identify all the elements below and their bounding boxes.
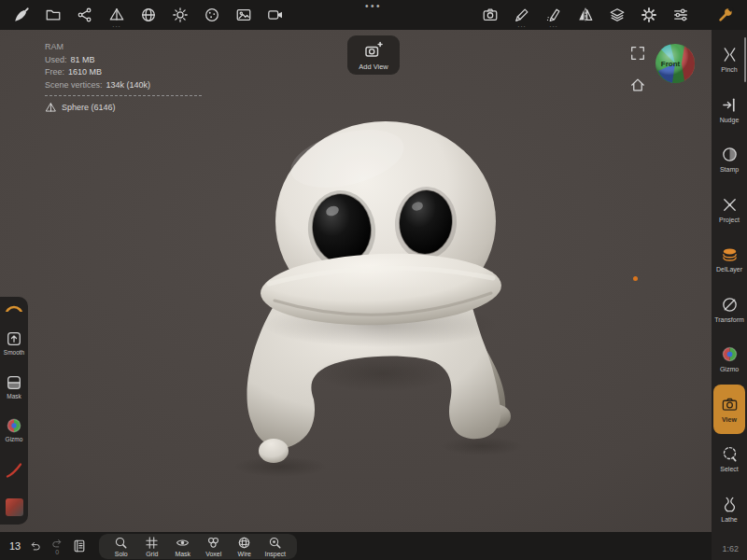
stroke-indicator-dot (633, 276, 638, 281)
scene-graph-button[interactable] (71, 1, 99, 29)
select-icon (721, 445, 739, 463)
toggle-solo[interactable]: Solo (106, 536, 136, 557)
symmetry-button[interactable] (571, 1, 599, 29)
tool-project[interactable]: Project (712, 185, 747, 235)
tool-transform[interactable]: Transform (712, 285, 747, 335)
right-toolbar: PinchNudgeStampProjectDelLayerTransformG… (712, 30, 747, 560)
scale-readout: 1:62 (722, 544, 739, 553)
nudge-icon (721, 96, 739, 114)
tool-label: Pinch (721, 66, 738, 73)
stroke-button[interactable]: ··· (508, 1, 536, 29)
history-icon[interactable] (72, 539, 87, 553)
tool-lathe[interactable]: Lathe (712, 484, 747, 535)
tool-label: Select (720, 466, 738, 472)
red-line-icon (5, 461, 23, 480)
magnifier-icon (114, 536, 128, 550)
undo-icon[interactable] (29, 539, 42, 553)
scroll-partial[interactable] (5, 301, 23, 312)
screenshot-button[interactable] (476, 1, 504, 29)
transform-icon (721, 296, 739, 314)
tool-label: Gizmo (720, 366, 739, 372)
add-view-button[interactable]: Add View (347, 35, 400, 75)
toggle-inspect[interactable]: Inspect (260, 536, 290, 557)
tool-gizmo[interactable]: Gizmo (6, 417, 23, 442)
symmetry-icon (577, 7, 594, 23)
gizmo-front-label: Front (654, 42, 697, 85)
viewport-canvas[interactable]: RAM Used:81 MB Free:1610 MB Scene vertic… (0, 30, 712, 532)
home-icon[interactable] (629, 77, 646, 93)
toggle-label: Solo (115, 551, 128, 557)
tool-view[interactable]: View (713, 385, 745, 435)
drag-handle-dots[interactable]: ••• (365, 2, 382, 11)
environment-button[interactable] (198, 1, 226, 29)
interface-button[interactable] (667, 1, 695, 29)
dellayer-icon (721, 245, 739, 263)
fullscreen-icon[interactable] (629, 45, 646, 62)
settings-button[interactable] (635, 1, 663, 29)
nomad-sculpt-app: ••• ··· ······ (0, 0, 747, 560)
vertices-value: 134k (140k) (106, 80, 151, 90)
debug-button[interactable] (712, 1, 740, 29)
bottom-toolbar: 13 0 SoloGridMaskVoxelWireInspect (0, 532, 712, 560)
toggle-label: Voxel (205, 551, 221, 557)
tool-gizmo[interactable]: Gizmo (712, 334, 747, 385)
redo-button[interactable]: 0 (50, 537, 63, 555)
falloff-button[interactable]: ··· (540, 1, 568, 29)
pencil-icon (514, 7, 530, 23)
submenu-dots: ··· (517, 24, 527, 30)
orientation-gizmo[interactable]: Front (654, 42, 697, 85)
sun-icon (172, 7, 189, 23)
tool-smooth[interactable]: Smooth (4, 330, 24, 356)
tool-stamp[interactable]: Stamp (712, 134, 747, 185)
tool-mask[interactable]: Mask (6, 374, 22, 399)
vertices-label: Scene vertices: (45, 80, 103, 90)
pinch-icon (721, 46, 739, 63)
free-label: Free: (45, 67, 64, 77)
toggle-mask[interactable]: Mask (167, 536, 198, 557)
scene-object-row[interactable]: Sphere (6146) (45, 102, 202, 115)
trowel-icon (13, 7, 30, 23)
tool-label: Mask (7, 393, 21, 399)
matsphere-icon (204, 7, 220, 23)
ram-used-row: Used:81 MB (45, 54, 202, 67)
tool-label: Smooth (4, 349, 24, 356)
left-toolbar: SmoothMaskGizmo (0, 297, 28, 525)
scene-vertices-row: Scene vertices:134k (140k) (45, 79, 202, 92)
toggle-voxel[interactable]: Voxel (198, 536, 229, 557)
tool-label: Project (719, 217, 740, 223)
red-gradient-icon (6, 498, 23, 516)
toggle-label: Grid (146, 551, 158, 557)
toggle-wire[interactable]: Wire (229, 536, 260, 557)
top-toolbar-left: ··· (6, 1, 291, 29)
ram-free-row: Free:1610 MB (45, 66, 202, 79)
divider (45, 95, 202, 96)
topology-button[interactable]: ··· (103, 1, 131, 29)
stamp-icon (721, 146, 739, 163)
camera-options-button[interactable] (261, 1, 289, 29)
mesh-icon (45, 102, 57, 114)
red-line[interactable] (5, 461, 23, 480)
submenu-dots: ··· (112, 24, 121, 30)
tool-pinch[interactable]: Pinch (712, 35, 747, 85)
redo-count: 0 (55, 550, 59, 555)
tool-label: Stamp (720, 166, 739, 173)
tool-label: Transform (714, 316, 744, 323)
scrollbar[interactable] (744, 37, 746, 82)
boxup-icon (6, 330, 22, 347)
lighting-button[interactable] (166, 1, 194, 29)
files-button[interactable] (39, 1, 67, 29)
used-value: 81 MB (71, 55, 95, 64)
toggle-grid[interactable]: Grid (136, 536, 167, 557)
undo-count: 13 (9, 540, 21, 552)
sculpt-tools-button[interactable] (7, 1, 35, 29)
tool-dellayer[interactable]: DelLayer (712, 234, 747, 285)
background-image-button[interactable] (230, 1, 258, 29)
wrench-icon (717, 7, 734, 23)
red-gradient[interactable] (6, 498, 23, 516)
tool-select[interactable]: Select (712, 434, 747, 484)
tool-nudge[interactable]: Nudge (712, 85, 747, 135)
material-button[interactable] (134, 1, 162, 29)
stats-panel: RAM Used:81 MB Free:1610 MB Scene vertic… (45, 41, 202, 115)
gridframe-icon (145, 536, 159, 550)
layers-button[interactable] (603, 1, 631, 29)
